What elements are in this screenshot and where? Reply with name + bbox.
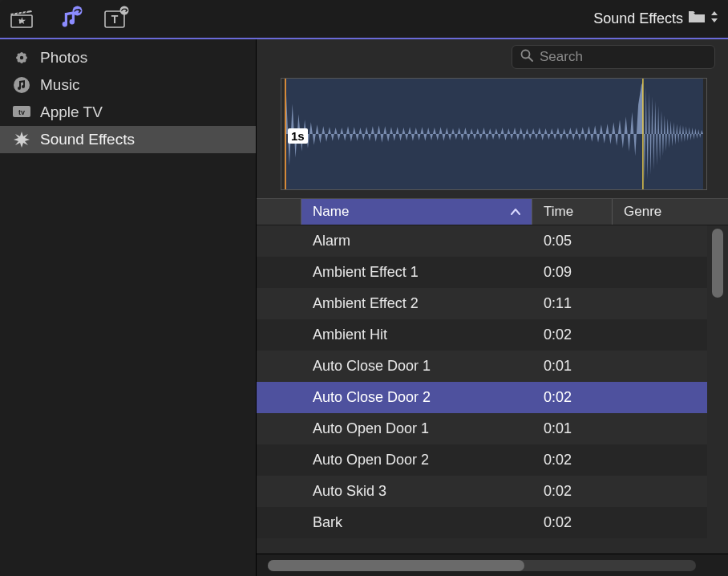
content-pane: 1s Name Time Genre Alarm0:05A — [257, 39, 728, 576]
burst-icon — [11, 131, 32, 148]
cell-name: Ambient Effect 1 — [301, 264, 532, 281]
column-spacer — [257, 199, 301, 225]
cell-time: 0:02 — [532, 327, 613, 343]
preview-time-label: 1s — [288, 128, 308, 144]
table-row[interactable]: Alarm0:05 — [257, 225, 707, 257]
search-icon — [520, 49, 533, 66]
toolbar: ★ T Sound Effects — [0, 0, 728, 39]
library-selector[interactable]: Sound Effects — [593, 10, 718, 27]
table-row[interactable]: Auto Close Door 20:02 — [257, 382, 707, 413]
table-row[interactable]: Ambient Effect 20:11 — [257, 288, 707, 319]
cell-time: 0:05 — [532, 233, 613, 249]
bottom-bar — [257, 554, 728, 576]
sidebar-item-label: Photos — [40, 49, 87, 67]
sidebar-item-label: Apple TV — [40, 103, 103, 121]
cell-name: Auto Open Door 2 — [301, 452, 532, 469]
column-label: Genre — [624, 204, 661, 220]
column-header-time[interactable]: Time — [532, 199, 613, 225]
cell-name: Auto Skid 3 — [301, 483, 532, 500]
cell-name: Bark — [301, 514, 532, 531]
sidebar-item-sound-effects[interactable]: Sound Effects — [0, 126, 256, 153]
svg-text:T: T — [111, 13, 119, 26]
cell-time: 0:11 — [532, 295, 613, 312]
svg-point-10 — [20, 56, 23, 59]
vertical-scrollbar[interactable] — [712, 229, 723, 298]
cell-time: 0:01 — [532, 420, 613, 437]
cell-time: 0:02 — [532, 514, 613, 531]
library-selector-label: Sound Effects — [593, 10, 683, 27]
table-header: Name Time Genre — [257, 198, 728, 225]
table-row[interactable]: Auto Close Door 10:01 — [257, 351, 707, 382]
photos-icon — [11, 49, 32, 67]
table-row[interactable]: Ambient Effect 10:09 — [257, 257, 707, 288]
cell-time: 0:02 — [532, 452, 613, 469]
cell-name: Ambient Effect 2 — [301, 295, 532, 312]
sidebar-item-label: Music — [40, 76, 80, 94]
column-header-genre[interactable]: Genre — [613, 199, 707, 225]
horizontal-scrollbar-track[interactable] — [268, 560, 696, 571]
search-input[interactable] — [540, 49, 710, 65]
table-row[interactable]: Auto Open Door 10:01 — [257, 413, 707, 444]
sidebar-item-label: Sound Effects — [40, 131, 135, 148]
cell-name: Alarm — [301, 233, 532, 249]
cell-time: 0:02 — [532, 483, 613, 500]
cell-name: Auto Open Door 1 — [301, 420, 532, 437]
cell-name: Auto Close Door 2 — [301, 389, 532, 406]
folder-icon — [688, 10, 706, 27]
sidebar-item-photos[interactable]: Photos — [0, 44, 256, 71]
table-row[interactable]: Bark0:02 — [257, 507, 707, 538]
music-icon — [11, 76, 32, 94]
cell-time: 0:01 — [532, 358, 613, 375]
appletv-icon: tv — [11, 103, 32, 121]
search-field[interactable] — [512, 45, 715, 69]
cell-time: 0:02 — [532, 389, 613, 406]
svg-point-11 — [14, 77, 30, 93]
svg-text:★: ★ — [18, 15, 26, 26]
table-row[interactable]: Auto Skid 30:02 — [257, 476, 707, 507]
column-label: Name — [313, 204, 349, 220]
sidebar-item-appletv[interactable]: tv Apple TV — [0, 99, 256, 126]
titles-tab-icon[interactable]: T — [103, 8, 127, 30]
sort-asc-icon — [511, 204, 520, 220]
media-clapper-tab-icon[interactable]: ★ — [10, 8, 34, 30]
table-row[interactable]: Ambient Hit0:02 — [257, 319, 707, 351]
horizontal-scrollbar-thumb[interactable] — [268, 560, 524, 571]
table-row[interactable]: Auto Open Door 20:02 — [257, 444, 707, 476]
cell-name: Auto Close Door 1 — [301, 358, 532, 375]
chevrons-updown-icon — [710, 10, 718, 27]
table-body: Alarm0:05Ambient Effect 10:09Ambient Eff… — [257, 225, 728, 554]
waveform-preview[interactable]: 1s — [281, 78, 707, 190]
svg-line-15 — [529, 57, 533, 61]
column-label: Time — [544, 204, 573, 220]
sidebar: Photos Music tv Apple TV — [0, 39, 257, 576]
cell-name: Ambient Hit — [301, 327, 532, 343]
svg-text:tv: tv — [18, 108, 25, 116]
sidebar-item-music[interactable]: Music — [0, 71, 256, 99]
cell-time: 0:09 — [532, 264, 613, 281]
music-note-tab-icon[interactable] — [56, 8, 80, 30]
column-header-name[interactable]: Name — [301, 199, 532, 225]
